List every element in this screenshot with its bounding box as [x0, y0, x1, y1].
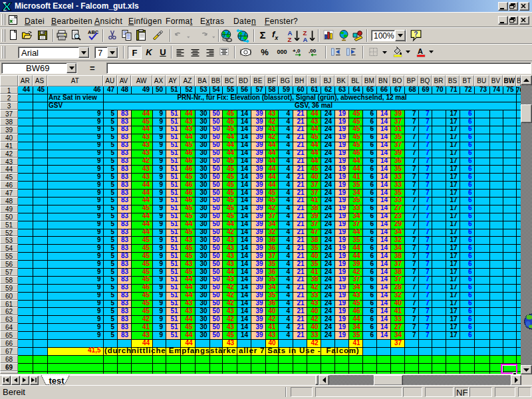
- svg-text:ABC: ABC: [88, 29, 99, 35]
- svg-text:A: A: [418, 47, 423, 55]
- svg-text:Z: Z: [288, 36, 292, 43]
- svg-text:+,0: +,0: [293, 48, 301, 54]
- svg-text:A: A: [303, 36, 308, 43]
- svg-text:?: ?: [414, 31, 418, 38]
- svg-text:,00: ,00: [309, 48, 317, 54]
